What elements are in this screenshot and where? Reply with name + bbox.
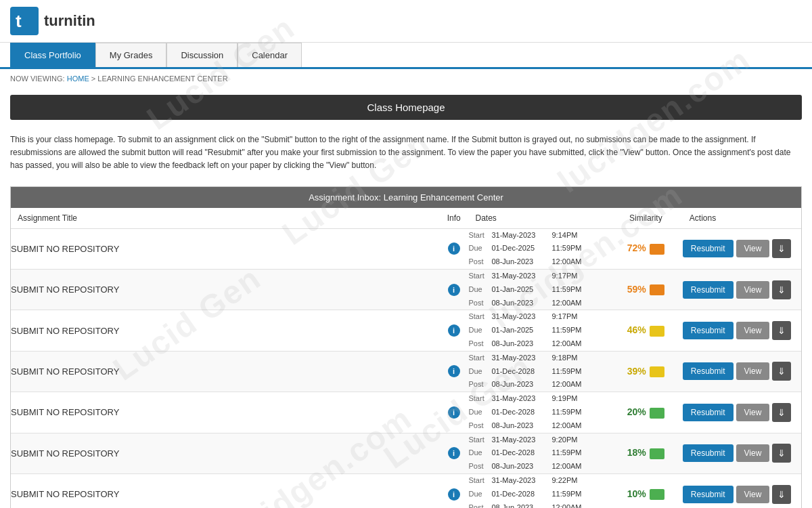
- tab-class-portfolio[interactable]: Class Portfolio: [10, 43, 95, 67]
- date-time: 9:19PM: [551, 392, 577, 406]
- view-button[interactable]: View: [736, 240, 770, 257]
- download-button[interactable]: ⇓: [772, 362, 791, 381]
- date-time: 9:22PM: [551, 474, 577, 488]
- date-label: Post: [468, 460, 489, 473]
- info-icon[interactable]: i: [448, 324, 460, 337]
- similarity-bar: [650, 326, 664, 337]
- actions-buttons: Resubmit View ⇓: [683, 485, 801, 504]
- date-time: 12:00AM: [551, 419, 581, 433]
- date-label: Due: [468, 488, 489, 501]
- date-label: Start: [468, 392, 489, 406]
- table-row: SUBMIT NO REPOSITORYiStart31-May-20239:2…: [11, 433, 801, 473]
- view-button[interactable]: View: [736, 322, 770, 339]
- view-button[interactable]: View: [736, 486, 770, 503]
- resubmit-button[interactable]: Resubmit: [683, 444, 734, 462]
- inbox-title: Assignment Inbox: Learning Enhancement C…: [11, 187, 801, 208]
- info-cell: i: [439, 473, 469, 508]
- info-icon[interactable]: i: [448, 488, 460, 501]
- date-time: 9:17PM: [551, 270, 577, 283]
- date-time: 11:59PM: [551, 488, 581, 501]
- dates-cell: Start31-May-20239:14PMDue01-Dec-202511:5…: [468, 228, 608, 269]
- assignment-name: SUBMIT NO REPOSITORY: [11, 351, 439, 391]
- date-value: 01-Dec-2028: [491, 406, 549, 419]
- actions-cell: Resubmit View ⇓: [683, 269, 801, 310]
- similarity-score: 10%: [627, 488, 646, 499]
- info-icon[interactable]: i: [448, 447, 460, 459]
- view-button[interactable]: View: [736, 362, 770, 380]
- page-title: Class Homepage: [10, 95, 802, 120]
- download-button[interactable]: ⇓: [772, 280, 791, 299]
- dates-cell: Start31-May-20239:22PMDue01-Dec-202811:5…: [468, 473, 608, 508]
- resubmit-button[interactable]: Resubmit: [683, 322, 734, 339]
- breadcrumb-current: LEARNING ENHANCEMENT CENTER: [97, 75, 227, 83]
- similarity-score: 20%: [627, 406, 646, 417]
- info-cell: i: [439, 433, 469, 473]
- resubmit-button[interactable]: Resubmit: [683, 404, 734, 421]
- tab-calendar[interactable]: Calendar: [238, 43, 302, 67]
- info-cell: i: [439, 310, 469, 351]
- view-button[interactable]: View: [736, 281, 770, 299]
- resubmit-button[interactable]: Resubmit: [683, 486, 734, 503]
- navigation: Class Portfolio My Grades Discussion Cal…: [0, 43, 812, 69]
- download-button[interactable]: ⇓: [772, 403, 791, 422]
- breadcrumb: NOW VIEWING: HOME > LEARNING ENHANCEMENT…: [0, 69, 812, 88]
- table-row: SUBMIT NO REPOSITORYiStart31-May-20239:1…: [11, 228, 801, 269]
- tab-my-grades[interactable]: My Grades: [95, 43, 167, 67]
- similarity-cell: 46%: [609, 310, 683, 351]
- breadcrumb-home[interactable]: HOME: [67, 75, 89, 83]
- date-value: 01-Jan-2025: [491, 283, 549, 297]
- turnitin-logo-icon: t: [10, 7, 39, 35]
- date-label: Due: [468, 446, 489, 460]
- actions-buttons: Resubmit View ⇓: [683, 362, 801, 381]
- actions-buttons: Resubmit View ⇓: [683, 280, 801, 299]
- date-time: 12:00AM: [551, 337, 581, 351]
- resubmit-button[interactable]: Resubmit: [683, 240, 734, 257]
- date-label: Post: [468, 297, 489, 310]
- assignment-name: SUBMIT NO REPOSITORY: [11, 310, 439, 351]
- info-icon[interactable]: i: [448, 242, 460, 255]
- table-row: SUBMIT NO REPOSITORYiStart31-May-20239:1…: [11, 269, 801, 310]
- description: This is your class homepage. To submit t…: [0, 127, 812, 179]
- tab-discussion[interactable]: Discussion: [166, 43, 238, 67]
- download-button[interactable]: ⇓: [772, 485, 791, 504]
- download-button[interactable]: ⇓: [772, 239, 791, 258]
- actions-buttons: Resubmit View ⇓: [683, 239, 801, 258]
- actions-cell: Resubmit View ⇓: [683, 473, 801, 508]
- view-button[interactable]: View: [736, 404, 770, 421]
- date-label: Due: [468, 242, 489, 255]
- date-time: 12:00AM: [551, 460, 581, 473]
- info-icon[interactable]: i: [448, 365, 460, 377]
- assignment-table: Assignment Title Info Dates Similarity A…: [11, 208, 801, 508]
- actions-cell: Resubmit View ⇓: [683, 228, 801, 269]
- date-label: Due: [468, 324, 489, 337]
- dates-cell: Start31-May-20239:19PMDue01-Dec-202811:5…: [468, 392, 608, 433]
- actions-buttons: Resubmit View ⇓: [683, 444, 801, 463]
- info-cell: i: [439, 392, 469, 433]
- similarity-cell: 39%: [609, 351, 683, 391]
- dates-cell: Start31-May-20239:20PMDue01-Dec-202811:5…: [468, 433, 608, 473]
- similarity-cell: 10%: [609, 473, 683, 508]
- download-button[interactable]: ⇓: [772, 321, 791, 340]
- table-row: SUBMIT NO REPOSITORYiStart31-May-20239:2…: [11, 473, 801, 508]
- info-icon[interactable]: i: [448, 284, 460, 296]
- actions-cell: Resubmit View ⇓: [683, 310, 801, 351]
- resubmit-button[interactable]: Resubmit: [683, 281, 734, 299]
- date-value: 31-May-2023: [491, 474, 549, 488]
- date-time: 11:59PM: [551, 365, 581, 379]
- resubmit-button[interactable]: Resubmit: [683, 362, 734, 380]
- similarity-bar: [650, 408, 664, 419]
- assignment-name: SUBMIT NO REPOSITORY: [11, 473, 439, 508]
- assignment-name: SUBMIT NO REPOSITORY: [11, 392, 439, 433]
- breadcrumb-separator: >: [91, 75, 97, 83]
- assignment-inbox: Assignment Inbox: Learning Enhancement C…: [10, 186, 802, 508]
- dates-cell: Start31-May-20239:17PMDue01-Jan-202511:5…: [468, 310, 608, 351]
- date-value: 01-Dec-2028: [491, 446, 549, 460]
- download-button[interactable]: ⇓: [772, 444, 791, 463]
- date-label: Due: [468, 365, 489, 379]
- info-icon[interactable]: i: [448, 406, 460, 419]
- date-value: 31-May-2023: [491, 229, 549, 242]
- view-button[interactable]: View: [736, 444, 770, 462]
- similarity-bar: [650, 244, 664, 255]
- similarity-score: 39%: [627, 366, 646, 377]
- actions-cell: Resubmit View ⇓: [683, 351, 801, 391]
